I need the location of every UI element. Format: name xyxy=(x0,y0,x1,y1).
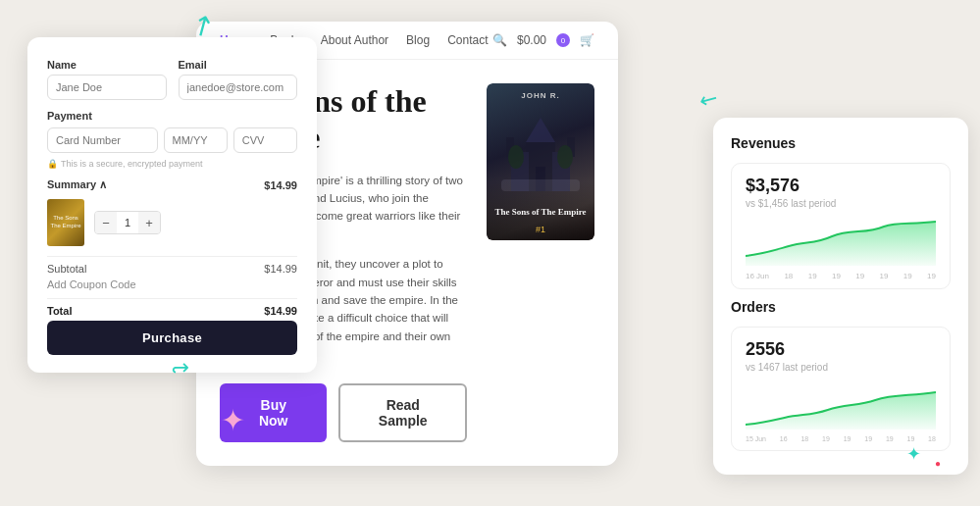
revenue-vs: vs $1,456 last period xyxy=(746,198,936,209)
cvv-input[interactable] xyxy=(233,127,297,153)
book-cover-visual: JOHN R. The Sons of The Empire xyxy=(487,83,594,240)
purchase-button[interactable]: Purchase xyxy=(47,321,297,355)
svg-marker-5 xyxy=(526,118,555,142)
quantity-decrease-button[interactable]: − xyxy=(95,212,117,233)
revenue-chart xyxy=(746,217,936,266)
svg-rect-9 xyxy=(501,179,580,191)
subtotal-row: Subtotal $14.99 xyxy=(47,263,297,275)
orders-value: 2556 xyxy=(746,339,936,360)
revenue-metric-card: $3,576 vs $1,456 last period 16 Jun18191… xyxy=(731,163,951,289)
name-label: Name xyxy=(47,59,167,71)
cart-icon[interactable]: 🛒 xyxy=(580,33,594,47)
nav-blog[interactable]: Blog xyxy=(406,33,430,47)
chevron-up-icon: ∧ xyxy=(99,178,107,190)
cart-badge: 0 xyxy=(556,33,570,47)
quantity-increase-button[interactable]: + xyxy=(138,212,160,233)
expiry-input[interactable] xyxy=(164,127,228,153)
quantity-control: − 1 + xyxy=(94,211,161,234)
payment-row xyxy=(47,127,297,153)
quantity-value: 1 xyxy=(117,217,138,228)
name-input[interactable] xyxy=(47,75,167,100)
book-cover: JOHN R. The Sons of The Empire xyxy=(487,83,594,240)
lock-icon: 🔒 xyxy=(47,159,58,169)
orders-chart-labels: 15 Jun1618191919191918 xyxy=(746,435,936,442)
card-number-input[interactable] xyxy=(47,127,158,153)
analytics-card: Revenues $3,576 vs $1,456 last period 16… xyxy=(713,118,968,475)
summary-price: $14.99 xyxy=(264,179,297,191)
total-row: Total $14.99 xyxy=(47,305,297,317)
coupon-link[interactable]: Add Coupon Code xyxy=(47,278,297,290)
svg-point-7 xyxy=(508,145,524,169)
cart-price: $0.00 xyxy=(517,33,546,47)
secure-text: 🔒 This is a secure, encrypted payment xyxy=(47,159,297,169)
search-icon[interactable]: 🔍 xyxy=(492,33,507,47)
analytics-title: Revenues xyxy=(731,135,951,151)
payment-label: Payment xyxy=(47,110,297,122)
arrow-decoration-right: ↙ xyxy=(695,83,723,115)
revenue-chart-labels: 16 Jun18191919191919 xyxy=(746,272,936,280)
email-input[interactable] xyxy=(179,75,298,100)
book-cover-title: The Sons of The Empire xyxy=(490,207,591,219)
svg-point-8 xyxy=(557,145,573,169)
orders-vs: vs 1467 last period xyxy=(746,362,936,373)
checkout-card: Name Email Payment 🔒 This is a secure, e… xyxy=(27,37,317,373)
orders-title: Orders xyxy=(731,299,951,315)
summary-item: The Sons The Empire − 1 + xyxy=(47,199,297,246)
email-group: Email xyxy=(179,59,298,100)
name-group: Name xyxy=(47,59,167,100)
orders-chart xyxy=(746,380,936,430)
summary-header: Summary ∧ $14.99 xyxy=(47,178,297,191)
buy-now-button[interactable]: Buy Now xyxy=(220,383,327,442)
divider2 xyxy=(47,298,297,299)
book-cover-author: JOHN R. xyxy=(487,91,594,100)
read-sample-button[interactable]: Read Sample xyxy=(338,383,467,442)
nav-contact[interactable]: Contact xyxy=(447,33,488,47)
orders-metric-card: 2556 vs 1467 last period 15 Jun161819191… xyxy=(731,327,951,451)
book-actions: Buy Now Read Sample xyxy=(220,383,467,442)
revenue-value: $3,576 xyxy=(746,176,936,196)
divider xyxy=(47,256,297,257)
book-thumbnail: The Sons The Empire xyxy=(47,199,84,246)
book-cover-rank: #1 xyxy=(487,225,594,234)
email-label: Email xyxy=(179,59,298,71)
summary-label: Summary ∧ xyxy=(47,178,107,191)
book-cover-illustration xyxy=(501,103,580,191)
nav-icons: 🔍 $0.00 0 🛒 xyxy=(492,33,594,47)
nav-about-author[interactable]: About Author xyxy=(321,33,388,47)
